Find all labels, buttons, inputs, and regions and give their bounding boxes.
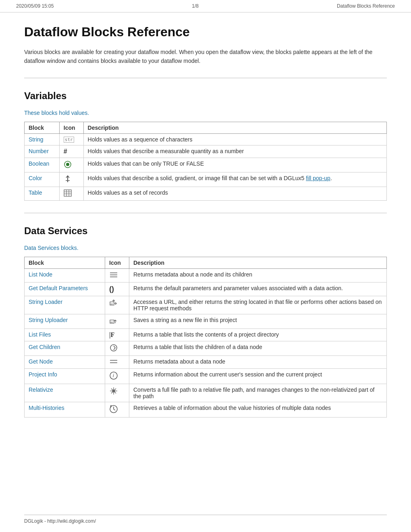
page-footer: DGLogik - http://wiki.dglogik.com/: [24, 515, 387, 524]
icon-cell-boolean: [59, 158, 83, 172]
variables-table: Block Icon Description String str Holds …: [24, 122, 387, 201]
project-info-icon: i: [109, 371, 118, 380]
relativize-icon: [109, 387, 118, 395]
get-children-icon: [109, 344, 118, 352]
svg-rect-4: [64, 190, 71, 196]
desc-string-uploader: Saves a string as a new file in this pro…: [129, 314, 387, 328]
variables-section-link[interactable]: These blocks hold values.: [24, 110, 387, 116]
variables-col-block: Block: [25, 122, 60, 133]
section-divider-2: [24, 213, 387, 213]
icon-cell-number: #: [59, 145, 83, 158]
header-title: Dataflow Blocks Reference: [337, 3, 395, 9]
table-row: String str Holds values as a sequence of…: [25, 133, 387, 145]
block-link-string-loader[interactable]: String Loader: [29, 299, 62, 305]
block-link-get-default-params[interactable]: Get Default Parameters: [29, 285, 88, 291]
block-link-number[interactable]: Number: [29, 148, 49, 154]
icon-cell-get-node: [105, 355, 129, 368]
table-row: List Files |F Returns a table that lists…: [25, 328, 387, 341]
string-uploader-icon: str: [109, 317, 118, 325]
svg-text:i: i: [113, 373, 114, 378]
parens-icon: (): [109, 285, 114, 293]
desc-number: Holds values that describe a measurable …: [83, 145, 386, 158]
color-icon: [64, 175, 72, 183]
block-link-color[interactable]: Color: [29, 175, 42, 181]
header-date: 2020/05/09 15:05: [16, 3, 54, 9]
table-row: String Uploader str Saves a string as a …: [25, 314, 387, 328]
block-link-multi-histories[interactable]: Multi-Histories: [29, 405, 64, 411]
desc-multi-histories: Retrieves a table of information about t…: [129, 402, 387, 417]
desc-table: Holds values as a set of records: [83, 187, 386, 200]
ds-col-block: Block: [25, 257, 105, 268]
data-services-section-title: Data Services: [24, 225, 387, 237]
table-row: Color Holds values that describe a solid…: [25, 172, 387, 187]
ds-col-description: Description: [129, 257, 387, 268]
variables-col-description: Description: [83, 122, 386, 133]
block-link-boolean[interactable]: Boolean: [29, 160, 49, 167]
icon-cell-relativize: [105, 384, 129, 402]
variables-section-title: Variables: [24, 90, 387, 102]
icon-cell-string: str: [59, 133, 83, 145]
icon-cell-project-info: i: [105, 368, 129, 384]
svg-text:str: str: [110, 303, 113, 305]
table-row: Project Info i Returns information about…: [25, 368, 387, 384]
icon-cell-string-loader: str: [105, 296, 129, 314]
block-link-list-files[interactable]: List Files: [29, 331, 51, 338]
desc-list-files: Returns a table that lists the contents …: [129, 328, 387, 341]
svg-point-19: [110, 345, 117, 351]
hash-icon: #: [64, 148, 67, 155]
desc-project-info: Returns information about the current us…: [129, 368, 387, 384]
table-row: Get Node Returns metadata about a data n…: [25, 355, 387, 368]
footer-text: DGLogik - http://wiki.dglogik.com/: [24, 518, 96, 524]
table-row: Boolean Holds values that can be only TR…: [25, 158, 387, 172]
get-node-icon: [109, 358, 118, 365]
variables-col-icon: Icon: [59, 122, 83, 133]
block-link-relativize[interactable]: Relativize: [29, 387, 53, 393]
str-icon: str: [64, 137, 74, 143]
table-row: Relativize Converts a full file path to …: [25, 384, 387, 402]
multi-histories-icon: [109, 405, 118, 414]
desc-relativize: Converts a full file path to a relative …: [129, 384, 387, 402]
list-files-icon: |F: [109, 331, 114, 338]
block-link-project-info[interactable]: Project Info: [29, 371, 57, 378]
boolean-icon: [64, 160, 72, 168]
desc-string-loader: Accesses a URL, and either returns the s…: [129, 296, 387, 314]
icon-cell-color: [59, 172, 83, 187]
fill-popup-link[interactable]: fill pop-up: [306, 175, 330, 181]
table-row: Multi-Histories Retrieves a table of inf…: [25, 402, 387, 417]
svg-text:str: str: [110, 321, 113, 323]
header-page: 1/8: [192, 3, 199, 9]
block-link-get-children[interactable]: Get Children: [29, 344, 60, 350]
block-link-string[interactable]: String: [29, 136, 44, 143]
desc-get-node: Returns metadata about a data node: [129, 355, 387, 368]
icon-cell-table: [59, 187, 83, 200]
block-link-string-uploader[interactable]: String Uploader: [29, 317, 68, 323]
table-icon: [64, 189, 72, 197]
ds-col-icon: Icon: [105, 257, 129, 268]
data-services-section-link[interactable]: Data Services blocks.: [24, 245, 387, 251]
desc-get-default-params: Returns the default parameters and param…: [129, 282, 387, 296]
desc-get-children: Returns a table that lists the children …: [129, 341, 387, 355]
desc-string: Holds values as a sequence of characters: [83, 133, 386, 145]
svg-point-1: [66, 163, 69, 166]
doc-title: Dataflow Blocks Reference: [24, 25, 387, 39]
icon-cell-string-uploader: str: [105, 314, 129, 328]
intro-text: Various blocks are available for creatin…: [24, 48, 387, 66]
table-row: Get Default Parameters () Returns the de…: [25, 282, 387, 296]
block-link-get-node[interactable]: Get Node: [29, 358, 53, 365]
data-services-table: Block Icon Description List Node Returns…: [24, 257, 387, 418]
page-header: 2020/05/09 15:05 1/8 Dataflow Blocks Ref…: [0, 0, 411, 12]
table-row: Number # Holds values that describe a me…: [25, 145, 387, 158]
section-divider-1: [24, 78, 387, 78]
icon-cell-get-default-params: (): [105, 282, 129, 296]
icon-cell-multi-histories: [105, 402, 129, 417]
icon-cell-list-node: [105, 268, 129, 282]
icon-cell-list-files: |F: [105, 328, 129, 341]
table-row: List Node Returns metadata about a node …: [25, 268, 387, 282]
block-link-table[interactable]: Table: [29, 189, 42, 196]
block-link-list-node[interactable]: List Node: [29, 271, 52, 278]
table-row: Get Children Returns a table that lists …: [25, 341, 387, 355]
desc-boolean: Holds values that can be only TRUE or FA…: [83, 158, 386, 172]
icon-cell-get-children: [105, 341, 129, 355]
list-node-icon: [109, 271, 118, 278]
table-row: Table Holds values as a set of records: [25, 187, 387, 200]
